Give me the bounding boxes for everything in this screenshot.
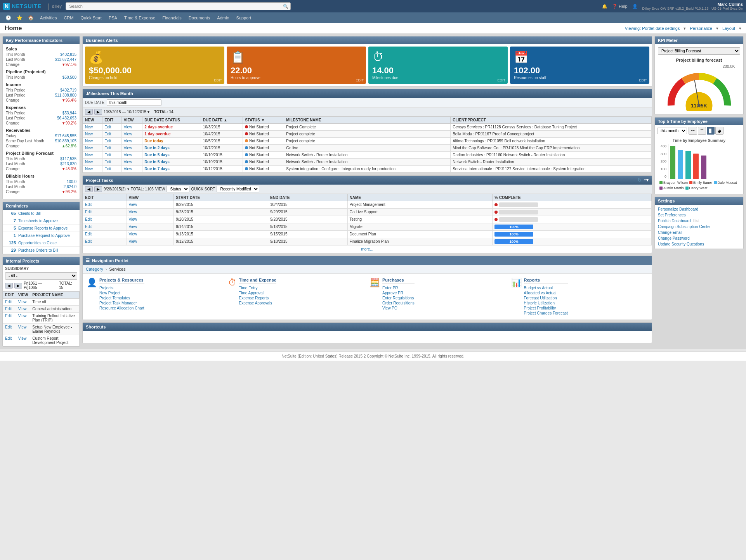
milestone-new-link[interactable]: New — [85, 160, 93, 164]
milestone-view-link[interactable]: View — [124, 167, 132, 171]
milestone-edit-link[interactable]: Edit — [104, 160, 111, 164]
settings-campaign-link[interactable]: Campaign Subscription Center — [658, 224, 740, 230]
task-view-link[interactable]: View — [129, 217, 137, 221]
task-view-link[interactable]: View — [129, 239, 137, 244]
milestone-view-link[interactable]: View — [124, 160, 132, 164]
project-edit-link[interactable]: Edit — [5, 300, 12, 304]
nav-quickstart[interactable]: Quick Start — [77, 14, 104, 22]
tasks-refresh-icon[interactable]: ↻ — [637, 177, 642, 183]
help-icon[interactable]: ❓ Help — [612, 4, 628, 9]
milestone-edit-link[interactable]: Edit — [104, 146, 111, 150]
settings-email-link[interactable]: Change Email — [658, 230, 740, 235]
task-edit-link[interactable]: Edit — [85, 202, 92, 207]
tasks-prev-btn[interactable]: ◀ — [85, 186, 93, 192]
nav-expense-approvals-link[interactable]: Expense Approvals — [239, 301, 276, 306]
nav-documents[interactable]: Documents — [186, 14, 213, 22]
milestone-view-link[interactable]: View — [124, 139, 132, 143]
nav-projects-link[interactable]: Projects — [99, 285, 144, 290]
nav-star-icon[interactable]: ⭐ — [14, 14, 25, 22]
task-edit-link[interactable]: Edit — [85, 232, 92, 236]
project-edit-link[interactable]: Edit — [5, 325, 12, 329]
task-view-link[interactable]: View — [129, 225, 137, 229]
milestone-edit-link[interactable]: Edit — [104, 125, 111, 129]
project-view-link[interactable]: View — [18, 307, 27, 311]
project-view-link[interactable]: View — [18, 325, 27, 329]
nav-allocated-link[interactable]: Allocated vs Actual — [524, 290, 568, 296]
milestone-new-link[interactable]: New — [85, 153, 93, 157]
alert-resources-edit[interactable]: EDIT — [639, 78, 647, 82]
list-chart-btn[interactable]: ☰ — [698, 127, 706, 135]
nav-new-project-link[interactable]: New Project — [99, 290, 144, 296]
nav-activities[interactable]: Activities — [37, 14, 60, 22]
milestone-new-link[interactable]: New — [85, 167, 93, 171]
kpi-meter-select[interactable]: Project Billing Forecast — [658, 47, 740, 55]
nav-admin[interactable]: Admin — [214, 14, 232, 22]
task-edit-link[interactable]: Edit — [85, 239, 92, 244]
reminder-expense-link[interactable]: Expense Reports to Approve — [18, 226, 68, 230]
line-chart-btn[interactable]: 〜 — [689, 127, 697, 135]
nav-time-expense[interactable]: Time & Expense — [121, 14, 158, 22]
nav-forecast-link[interactable]: Forecast Utilization — [524, 296, 568, 301]
top5-period-select[interactable]: this month — [657, 128, 687, 134]
user-avatar-icon[interactable]: 👤 — [632, 4, 638, 9]
alert-charges-edit[interactable]: EDIT — [214, 78, 222, 82]
settings-security-link[interactable]: Update Security Questions — [658, 241, 740, 247]
subsidiary-select[interactable]: - All - — [5, 272, 77, 280]
nav-approve-pr-link[interactable]: Approve PR — [382, 290, 415, 296]
milestone-edit-link[interactable]: Edit — [104, 132, 111, 136]
milestone-new-link[interactable]: New — [85, 139, 93, 143]
task-view-link[interactable]: View — [129, 210, 137, 214]
task-view-link[interactable]: View — [129, 202, 137, 207]
milestone-new-link[interactable]: New — [85, 125, 93, 129]
tasks-more-link[interactable]: more... — [83, 245, 652, 253]
nav-time-approval-link[interactable]: Time Approval — [239, 290, 276, 296]
milestone-view-link[interactable]: View — [124, 146, 132, 150]
milestone-edit-link[interactable]: Edit — [104, 153, 111, 157]
project-view-link[interactable]: View — [18, 336, 27, 340]
personalize-link[interactable]: Personalize — [690, 26, 712, 31]
task-edit-link[interactable]: Edit — [85, 225, 92, 229]
nav-enter-req-link[interactable]: Enter Requisitions — [382, 296, 415, 301]
nav-psa[interactable]: PSA — [106, 14, 120, 22]
settings-personalize-link[interactable]: Personalize Dashboard — [658, 206, 740, 212]
tasks-next-btn[interactable]: ▶ — [94, 186, 102, 192]
milestone-edit-link[interactable]: Edit — [104, 139, 111, 143]
nav-financials[interactable]: Financials — [159, 14, 185, 22]
nav-expense-reports-link[interactable]: Expense Reports — [239, 296, 276, 301]
nav-enter-pr-link[interactable]: Enter PR — [382, 285, 415, 290]
milestones-next-btn[interactable]: ▶ — [94, 109, 102, 115]
milestone-view-link[interactable]: View — [124, 125, 132, 129]
nav-home-icon[interactable]: 🏠 — [26, 14, 36, 22]
milestone-new-link[interactable]: New — [85, 146, 93, 150]
milestone-new-link[interactable]: New — [85, 132, 93, 136]
viewing-portlet-link[interactable]: Viewing: Portlet date settings — [625, 26, 680, 31]
settings-password-link[interactable]: Change Password — [658, 235, 740, 241]
nav-project-task-mgr-link[interactable]: Project Task Manager — [99, 301, 144, 306]
pie-chart-btn[interactable]: ◕ — [715, 127, 723, 135]
settings-preferences-link[interactable]: Set Preferences — [658, 212, 740, 218]
project-edit-link[interactable]: Edit — [5, 314, 12, 318]
project-prev-btn[interactable]: ◀ — [5, 283, 13, 289]
task-edit-link[interactable]: Edit — [85, 217, 92, 221]
milestone-view-link[interactable]: View — [124, 153, 132, 157]
alert-milestones-edit[interactable]: EDIT — [497, 78, 505, 82]
due-date-input[interactable] — [107, 99, 161, 106]
task-view-link[interactable]: View — [129, 232, 137, 236]
nav-order-req-link[interactable]: Order Requisitions — [382, 301, 415, 306]
nav-project-templates-link[interactable]: Project Templates — [99, 296, 144, 301]
nav-resource-alloc-link[interactable]: Resource Allocation Chart — [99, 306, 144, 311]
alert-hours-edit[interactable]: EDIT — [356, 78, 364, 82]
project-view-link[interactable]: View — [18, 314, 27, 318]
nav-time-entry-link[interactable]: Time Entry — [239, 285, 276, 290]
milestones-prev-btn[interactable]: ◀ — [85, 109, 93, 115]
nav-budget-link[interactable]: Budget vs Actual — [524, 285, 568, 290]
project-view-link[interactable]: View — [18, 300, 27, 304]
tasks-status-select[interactable]: Status — [167, 186, 189, 192]
project-edit-link[interactable]: Edit — [5, 336, 12, 340]
search-input[interactable] — [66, 2, 291, 10]
tasks-sort-select[interactable]: Recently Modified — [217, 186, 259, 192]
nav-profitability-link[interactable]: Project Profitability — [524, 306, 568, 311]
nav-crm[interactable]: CRM — [61, 14, 76, 22]
nav-historic-link[interactable]: Historic Utilization — [524, 301, 568, 306]
nav-support[interactable]: Support — [233, 14, 255, 22]
